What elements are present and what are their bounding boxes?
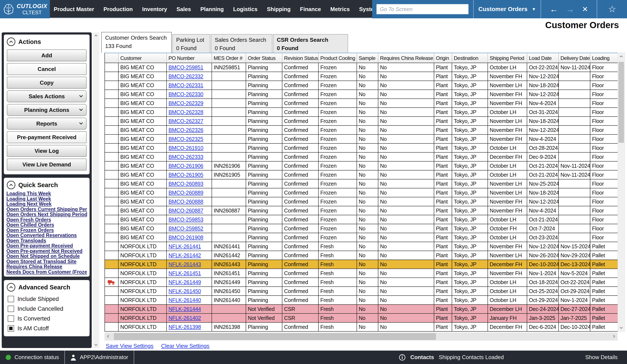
table-row[interactable]: BIG MEAT COBMCO-260893PlanningConfirmedF… — [105, 180, 618, 188]
checkbox-row-include-shipped[interactable]: Include Shipped — [8, 295, 86, 303]
table-row[interactable]: BIG MEAT COBMCO-262326PlanningConfirmedF… — [105, 126, 618, 135]
po-number-link[interactable]: NFLK-261443 — [168, 261, 201, 267]
column-header-origin[interactable]: Origin — [434, 53, 452, 63]
table-horizontal-scrollbar[interactable] — [104, 332, 618, 341]
po-number-link[interactable]: NFLK-261440 — [168, 297, 201, 303]
checkbox-is-converted[interactable] — [8, 316, 14, 322]
checkbox-row-is-am-cutoff[interactable]: Is AM Cutoff — [8, 324, 86, 332]
po-number-link[interactable]: BMCO-261906 — [168, 163, 203, 169]
forward-arrow-button[interactable]: → — [566, 0, 574, 18]
quick-search-link-open-stored-at-transload-site[interactable]: Open Stored at Transload Site — [6, 259, 87, 264]
menu-item-inventory[interactable]: Inventory — [142, 6, 167, 13]
po-number-link[interactable]: BMCO-262326 — [168, 127, 203, 133]
table-row[interactable]: BIG MEAT COBMCO-262328PlanningConfirmedF… — [105, 108, 618, 117]
table-row[interactable]: NORFOLK LTDNFLK-261451INN261451PlanningC… — [105, 269, 618, 278]
action-button-add[interactable]: Add — [7, 49, 87, 61]
show-details-button[interactable]: Show Details — [585, 351, 618, 364]
save-view-settings-link[interactable]: Save View Settings — [106, 343, 154, 349]
po-number-link[interactable]: NFLK-261398 — [168, 324, 201, 330]
collapse-circle-icon[interactable] — [7, 38, 15, 46]
table-row[interactable]: NORFOLK LTDNFLK-261441INN261441PlanningC… — [105, 242, 618, 251]
sidebar-scrollbar[interactable] — [93, 32, 99, 348]
quick-search-link-loading-last-week[interactable]: Loading Last Week — [6, 196, 87, 202]
po-number-link[interactable]: BMCO-262329 — [168, 100, 203, 106]
table-row[interactable]: NORFOLK LTDNFLK-261450INN261450PlanningC… — [105, 287, 618, 296]
menu-item-shipping[interactable]: Shipping — [267, 6, 290, 13]
po-number-link[interactable]: NFLK-261402 — [168, 315, 201, 321]
action-dropdown-reports[interactable]: Reports — [7, 118, 87, 130]
vertical-scroll-thumb[interactable] — [619, 62, 624, 143]
table-row[interactable]: NORFOLK LTDNFLK-261440INN261440PlanningC… — [105, 296, 618, 305]
table-row[interactable]: BIG MEAT COBMCO-262330PlanningConfirmedF… — [105, 90, 618, 99]
po-number-link[interactable]: BMCO-259851 — [168, 64, 203, 70]
po-number-link[interactable]: BMCO-261905 — [168, 172, 203, 178]
column-header-revision-status[interactable]: Revision Status — [282, 53, 319, 63]
back-arrow-button[interactable]: ← — [550, 0, 558, 18]
quick-search-link-open-fresh-orders[interactable]: Open Fresh Orders — [6, 217, 87, 223]
column-header-po-number[interactable]: PO Number — [167, 53, 212, 63]
po-number-link[interactable]: NFLK-261449 — [168, 279, 201, 285]
po-number-link[interactable]: NFLK-261442 — [168, 252, 201, 258]
menu-item-sales[interactable]: Sales — [177, 6, 191, 13]
action-button-view-live-demand[interactable]: View Live Demand — [7, 159, 87, 171]
column-header-delivery-date[interactable]: Delivery Date — [559, 53, 590, 63]
clear-view-settings-link[interactable]: Clear View Settings — [161, 343, 209, 349]
column-header-mes-order[interactable]: MES Order # — [212, 53, 246, 63]
column-header-load-date[interactable]: Load Date — [527, 53, 559, 63]
table-row[interactable]: BIG MEAT COBMCO-262327PlanningConfirmedF… — [105, 117, 618, 126]
menu-item-planning[interactable]: Planning — [200, 6, 224, 13]
info-icon[interactable] — [399, 354, 406, 361]
menu-item-product-master[interactable]: Product Master — [54, 6, 94, 13]
po-number-link[interactable]: BMCO-262325 — [168, 136, 203, 142]
quick-search-link-loading-this-week[interactable]: Loading This Week — [6, 191, 87, 196]
checkbox-row-is-converted[interactable]: Is Converted — [8, 315, 86, 323]
po-number-link[interactable]: BMCO-259853 — [168, 217, 203, 223]
action-button-copy[interactable]: Copy — [7, 77, 87, 89]
column-header-order-status[interactable]: Order Status — [246, 53, 282, 63]
quick-search-link-open-chilled-orders[interactable]: Open Chilled Orders — [6, 222, 87, 228]
scroll-down-icon[interactable] — [95, 343, 98, 346]
column-header-icon[interactable] — [105, 53, 119, 63]
quick-search-link-open-orders-next-shipping-period[interactable]: Open Orders Next Shipping Period — [6, 212, 87, 217]
column-header-requires-china-release[interactable]: Requires China Release — [378, 53, 434, 63]
table-row[interactable]: BIG MEAT COBMCO-260888PlanningConfirmedF… — [105, 197, 618, 206]
table-row[interactable]: BIG MEAT COBMCO-262329PlanningConfirmedF… — [105, 99, 618, 108]
po-number-link[interactable]: BMCO-262328 — [168, 109, 203, 115]
favorite-star-icon[interactable]: ☆ — [608, 0, 616, 18]
menu-item-production[interactable]: Production — [104, 6, 133, 13]
table-row[interactable]: BIG MEAT COBMCO-261906INN261906PlanningC… — [105, 162, 618, 171]
column-header-shipping-period[interactable]: Shipping Period — [488, 53, 527, 63]
po-number-link[interactable]: BMCO-261910 — [168, 145, 203, 151]
scroll-up-icon[interactable] — [620, 55, 623, 58]
action-dropdown-planning-actions[interactable]: Planning Actions — [7, 104, 87, 116]
column-header-customer[interactable]: Customer — [119, 53, 167, 63]
quick-search-link-open-not-shipped-on-schedule[interactable]: Open Not Shipped on Schedule — [6, 254, 87, 259]
quick-search-link-loading-next-week[interactable]: Loading Next Week — [6, 201, 87, 207]
action-dropdown-sales-actions[interactable]: Sales Actions — [7, 90, 87, 102]
column-header-product-cooling[interactable]: Product Cooling — [319, 53, 357, 63]
quick-search-link-open-pre-payment-not-received[interactable]: Open Pre-payment Not Received — [6, 248, 87, 254]
quick-search-link-open-converted-reservations[interactable]: Open Converted Reservations — [6, 233, 87, 238]
column-header-loading[interactable]: Loading — [590, 53, 618, 63]
table-row[interactable]: BIG MEAT COBMCO-259853PlanningConfirmedF… — [105, 215, 618, 224]
table-row[interactable]: BIG MEAT COBMCO-260887INN260887PlanningC… — [105, 206, 618, 215]
po-number-link[interactable]: BMCO-260889 — [168, 190, 203, 196]
goto-screen-input[interactable] — [376, 4, 469, 14]
menu-item-metrics[interactable]: Metrics — [330, 6, 350, 13]
quick-search-link-open-orders-current-shipping-period[interactable]: Open Orders Current Shipping Period — [6, 207, 87, 212]
scroll-left-icon[interactable] — [107, 335, 110, 338]
table-row[interactable]: BIG MEAT COBMCO-262325PlanningConfirmedF… — [105, 135, 618, 144]
quick-search-link-open-transloads[interactable]: Open Transloads — [6, 238, 87, 243]
scroll-up-icon[interactable] — [95, 35, 98, 38]
scroll-down-icon[interactable] — [620, 326, 623, 329]
scroll-right-icon[interactable] — [612, 335, 615, 338]
tab-sales-orders-search[interactable]: Sales Orders Search0 Found — [211, 34, 272, 53]
table-row[interactable]: NORFOLK LTDNFLK-261443INN261443PlanningC… — [105, 260, 618, 269]
table-row[interactable]: BIG MEAT COBMCO-261905INN261905PlanningC… — [105, 171, 618, 180]
table-row[interactable]: BIG MEAT COBMCO-259852PlanningConfirmedF… — [105, 224, 618, 233]
po-number-link[interactable]: BMCO-262327 — [168, 118, 203, 124]
po-number-link[interactable]: NFLK-261441 — [168, 243, 201, 249]
checkbox-row-include-cancelled[interactable]: Include Cancelled — [8, 305, 86, 313]
table-row[interactable]: NORFOLK LTDNFLK-261449INN261449PlanningC… — [105, 278, 618, 287]
collapse-circle-icon[interactable] — [7, 283, 15, 292]
